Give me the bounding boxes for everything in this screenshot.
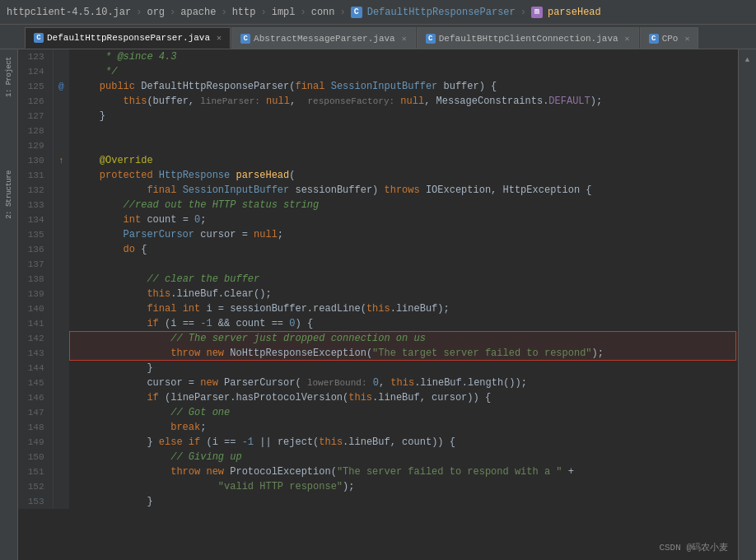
- table-row: 150 // Giving up: [18, 450, 738, 464]
- tab-close-3[interactable]: ✕: [625, 34, 630, 44]
- tab-close-1[interactable]: ✕: [217, 33, 222, 43]
- bookmark-icon-125: @: [58, 82, 64, 91]
- arrow-icon-130: ↑: [58, 156, 64, 166]
- tab-icon-2: C: [240, 34, 250, 44]
- table-row: 144 }: [18, 361, 738, 376]
- class-icon: C: [351, 7, 362, 18]
- breadcrumb-impl: impl: [272, 7, 296, 18]
- breadcrumb-classname: DefaultHttpResponseParser: [367, 7, 516, 18]
- table-row: 152 "valid HTTP response");: [18, 479, 738, 494]
- tab-close-4[interactable]: ✕: [684, 34, 689, 44]
- breadcrumb-http: http: [232, 7, 256, 18]
- table-row: 132 final SessionInputBuffer sessionBuff…: [18, 183, 738, 198]
- method-icon: m: [531, 7, 543, 18]
- sidebar-right: ▲: [738, 49, 756, 560]
- tab-label-2: AbstractMessageParser.java: [254, 34, 395, 44]
- table-row: 127 }: [18, 109, 738, 124]
- tab-cpo[interactable]: C CPo ✕: [640, 27, 699, 49]
- breadcrumb-apache: apache: [180, 7, 216, 18]
- table-row: 145 cursor = new ParserCursor( lowerBoun…: [18, 376, 738, 390]
- sidebar-right-icon[interactable]: ▲: [744, 56, 752, 64]
- table-row: 129: [18, 138, 738, 153]
- tab-label-3: DefaultBHttpClientConnection.java: [439, 34, 618, 44]
- sidebar-structure[interactable]: 2: Structure: [2, 170, 16, 219]
- table-row: 138 // clear the buffer: [18, 272, 738, 287]
- watermark: CSDN @码农小麦: [659, 541, 728, 553]
- table-row: 140 final int i = sessionBuffer.readLine…: [18, 301, 738, 316]
- table-row: 151 throw new ProtocolException("The ser…: [18, 464, 738, 479]
- table-row: 143 throw new NoHttpResponseException("T…: [18, 346, 738, 361]
- breadcrumb-org: org: [147, 7, 165, 18]
- title-bar: httpclient-4.5.10.jar › org › apache › h…: [0, 0, 756, 25]
- table-row: 125 @ public DefaultHttpResponseParser(f…: [18, 79, 738, 94]
- table-row: 131 protected HttpResponse parseHead(: [18, 168, 738, 183]
- tab-icon-3: C: [426, 34, 436, 44]
- main-layout: 1: Project 2: Structure 123 * @since 4.3…: [0, 49, 756, 560]
- table-row: 126 this(buffer, lineParser: null, respo…: [18, 94, 738, 109]
- sidebar-project-label: 1: Project: [5, 57, 13, 97]
- tab-icon-1: C: [34, 33, 44, 43]
- table-row: 133 //read out the HTTP status string: [18, 198, 738, 212]
- code-area[interactable]: 123 * @since 4.3 124 */ 125 @ public Def…: [18, 49, 738, 560]
- table-row: 130 ↑ @Override: [18, 153, 738, 168]
- tab-close-2[interactable]: ✕: [402, 34, 407, 44]
- tab-label-4: CPo: [662, 34, 679, 44]
- tab-icon-4: C: [649, 34, 659, 44]
- table-row: 147 // Got one: [18, 405, 738, 420]
- table-row: 148 break;: [18, 420, 738, 435]
- table-row: 123 * @since 4.3: [18, 49, 738, 64]
- tab-defaulthttpresponseparser[interactable]: C DefaultHttpResponseParser.java ✕: [25, 27, 231, 49]
- table-row: 137: [18, 257, 738, 272]
- table-row: 134 int count = 0;: [18, 212, 738, 227]
- code-table: 123 * @since 4.3 124 */ 125 @ public Def…: [18, 49, 738, 509]
- sidebar-structure-label: 2: Structure: [5, 170, 13, 219]
- table-row: 142 // The server just dropped connectio…: [18, 331, 738, 346]
- table-row: 153 }: [18, 494, 738, 509]
- table-row: 135 ParserCursor cursor = null;: [18, 227, 738, 242]
- breadcrumb-conn: conn: [311, 7, 335, 18]
- table-row: 149 } else if (i == -1 || reject(this.li…: [18, 435, 738, 450]
- table-row: 146 if (lineParser.hasProtocolVersion(th…: [18, 390, 738, 405]
- table-row: 139 this.lineBuf.clear();: [18, 287, 738, 301]
- tab-label-1: DefaultHttpResponseParser.java: [47, 33, 210, 43]
- sidebar-left: 1: Project 2: Structure: [0, 49, 18, 560]
- table-row: 141 if (i == -1 && count == 0) {: [18, 316, 738, 331]
- breadcrumb-method: parseHead: [548, 7, 601, 18]
- table-row: 128: [18, 124, 738, 138]
- tab-bar: C DefaultHttpResponseParser.java ✕ C Abs…: [0, 25, 756, 49]
- table-row: 136 do {: [18, 242, 738, 257]
- tab-abstractmessageparser[interactable]: C AbstractMessageParser.java ✕: [231, 27, 416, 49]
- tab-defaultbhttpclientconnection[interactable]: C DefaultBHttpClientConnection.java ✕: [417, 27, 639, 49]
- table-row: 124 */: [18, 64, 738, 79]
- breadcrumb-jar: httpclient-4.5.10.jar: [7, 7, 131, 18]
- sidebar-project[interactable]: 1: Project: [2, 53, 16, 102]
